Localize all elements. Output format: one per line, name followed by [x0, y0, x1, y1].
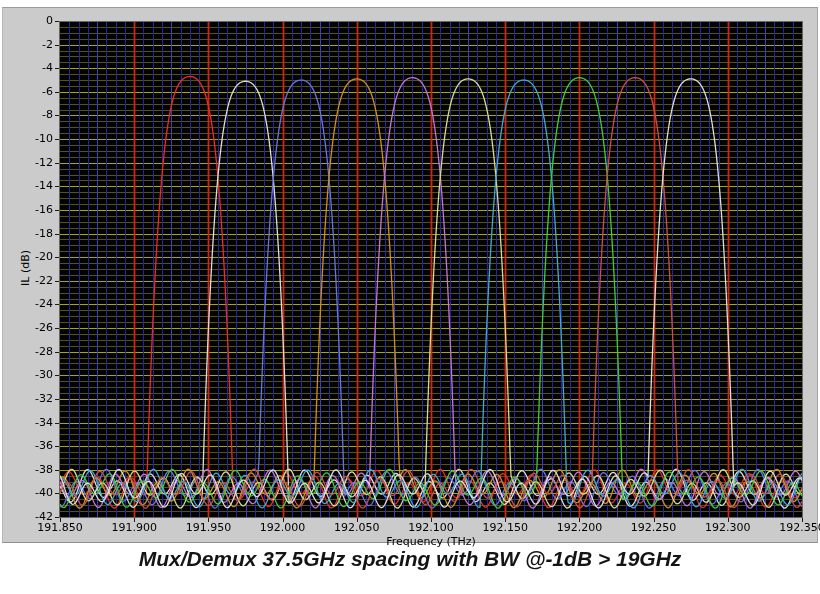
- figure-caption: Mux/Demux 37.5GHz spacing with BW @-1dB …: [139, 547, 682, 571]
- y-tick-label: -20: [21, 251, 53, 263]
- x-tick-label: 191.950: [186, 522, 232, 534]
- y-tick-label: 0: [21, 15, 53, 27]
- y-tick-label: -22: [21, 275, 53, 287]
- screenshot-root: IL (dB) 0-2-4-6-8-10-12-14-16-18-20-22-2…: [0, 0, 820, 594]
- y-tick-label: -16: [21, 204, 53, 216]
- y-tick-label: -40: [21, 487, 53, 499]
- x-tick-label: 192.200: [557, 522, 603, 534]
- x-tick-label: 192.350: [779, 522, 820, 534]
- y-tick-label: -4: [21, 62, 53, 74]
- x-tick-label: 192.050: [334, 522, 380, 534]
- graph-plot-area[interactable]: [48, 21, 810, 523]
- x-tick-label: 191.900: [111, 522, 157, 534]
- x-tick-label: 192.150: [482, 522, 528, 534]
- y-tick-label: -10: [21, 133, 53, 145]
- y-tick-label: -8: [21, 109, 53, 121]
- x-tick-label: 192.300: [705, 522, 751, 534]
- y-tick-label: -6: [21, 86, 53, 98]
- y-tick-label: -2: [21, 39, 53, 51]
- y-tick-label: -24: [21, 298, 53, 310]
- x-tick-label: 192.250: [631, 522, 677, 534]
- y-tick-label: -14: [21, 180, 53, 192]
- y-tick-label: -34: [21, 417, 53, 429]
- y-tick-label: -18: [21, 228, 53, 240]
- y-tick-label: -38: [21, 464, 53, 476]
- y-tick-label: -30: [21, 369, 53, 381]
- y-tick-label: -26: [21, 322, 53, 334]
- y-tick-label: -36: [21, 440, 53, 452]
- y-tick-label: -32: [21, 393, 53, 405]
- y-tick-label: -28: [21, 346, 53, 358]
- y-tick-label: -12: [21, 157, 53, 169]
- x-tick-label: 191.850: [37, 522, 83, 534]
- instrument-panel: IL (dB) 0-2-4-6-8-10-12-14-16-18-20-22-2…: [2, 7, 818, 543]
- x-tick-label: 192.100: [408, 522, 454, 534]
- x-tick-label: 192.000: [260, 522, 306, 534]
